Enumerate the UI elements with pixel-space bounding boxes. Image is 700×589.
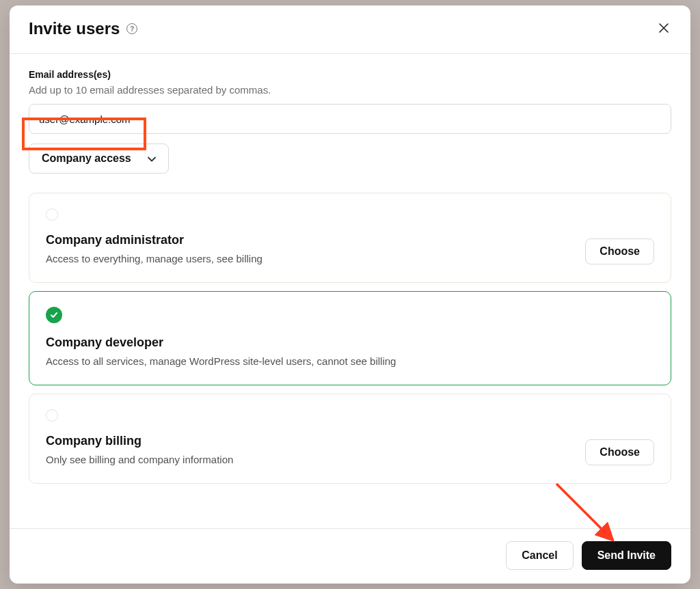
radio-checked-icon xyxy=(46,307,62,323)
radio-unchecked-icon xyxy=(46,208,58,221)
invite-users-modal: Invite users ? Email address(es) Add up … xyxy=(10,5,690,584)
radio-unchecked-icon xyxy=(46,409,58,422)
help-icon[interactable]: ? xyxy=(126,23,137,34)
modal-footer: Cancel Send Invite xyxy=(10,528,690,584)
role-description: Access to all services, manage WordPress… xyxy=(46,355,654,367)
email-input[interactable] xyxy=(29,104,671,134)
chevron-down-icon xyxy=(148,154,156,164)
choose-button[interactable]: Choose xyxy=(585,439,654,465)
access-dropdown-label: Company access xyxy=(42,152,131,165)
email-helper: Add up to 10 email addresses separated b… xyxy=(29,84,671,96)
modal-title-group: Invite users ? xyxy=(29,19,137,38)
cancel-button[interactable]: Cancel xyxy=(506,541,573,570)
role-description: Access to everything, manage users, see … xyxy=(46,253,571,264)
role-option-developer[interactable]: Company developer Access to all services… xyxy=(29,291,671,385)
modal-title: Invite users xyxy=(29,19,120,38)
close-icon xyxy=(659,22,669,36)
role-title: Company administrator xyxy=(46,233,571,247)
role-option-administrator[interactable]: Company administrator Access to everythi… xyxy=(29,193,671,283)
role-description: Only see billing and company information xyxy=(46,454,571,465)
company-access-dropdown[interactable]: Company access xyxy=(29,143,169,174)
modal-body: Email address(es) Add up to 10 email add… xyxy=(10,54,690,528)
role-option-billing[interactable]: Company billing Only see billing and com… xyxy=(29,394,671,484)
modal-header: Invite users ? xyxy=(10,5,690,54)
close-button[interactable] xyxy=(656,20,671,38)
send-invite-button[interactable]: Send Invite xyxy=(582,541,671,570)
role-title: Company billing xyxy=(46,434,571,448)
choose-button[interactable]: Choose xyxy=(585,238,654,264)
email-label: Email address(es) xyxy=(29,69,671,80)
role-title: Company developer xyxy=(46,335,654,350)
